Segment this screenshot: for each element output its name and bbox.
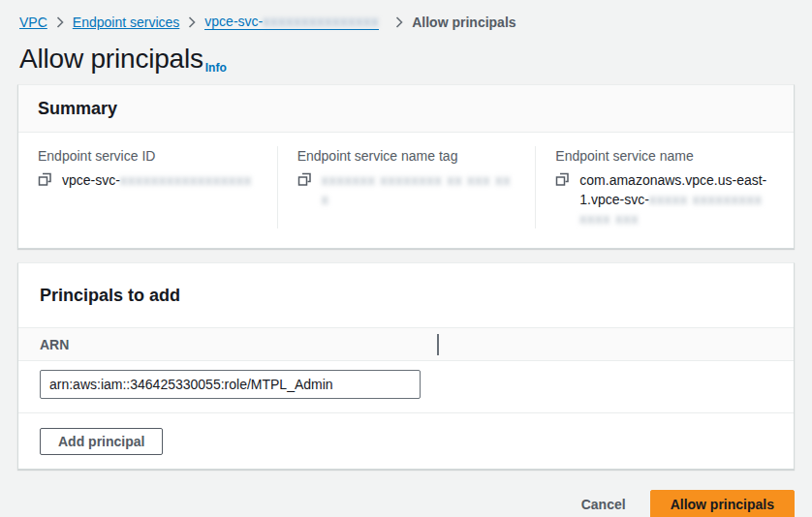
field-label: Endpoint service ID [38, 146, 258, 166]
field-label: Endpoint service name tag [297, 146, 516, 166]
breadcrumb: VPC Endpoint services vpce-svc-xxxxxxxxx… [17, 14, 795, 30]
value-prefix: vpce-svc- [62, 172, 120, 188]
field-value: vpce-svc-xxxxxxxxxxxxxxxxx [38, 170, 258, 190]
summary-card-header: Summary [18, 85, 794, 133]
summary-card: Summary Endpoint service ID vpce-svc-xxx… [17, 84, 795, 249]
arn-table-header: ARN [18, 328, 794, 361]
copy-icon[interactable] [38, 172, 52, 187]
breadcrumb-link-endpoint-services[interactable]: Endpoint services [73, 15, 180, 30]
allow-principals-button[interactable]: Allow principals [650, 490, 795, 517]
breadcrumb-link-vpc[interactable]: VPC [19, 15, 47, 30]
arn-input-row [18, 361, 794, 412]
page-title: Allow principals [19, 43, 203, 76]
page-header: Allow principals Info [17, 43, 795, 76]
summary-title: Summary [38, 97, 774, 120]
info-link[interactable]: Info [205, 61, 227, 75]
field-value: xxxxxxx xxxxxxxx xx xxx xx x [297, 170, 516, 209]
chevron-right-icon [395, 16, 403, 28]
field-label: Endpoint service name [555, 146, 774, 166]
copy-icon[interactable] [297, 172, 312, 187]
summary-body: Endpoint service ID vpce-svc-xxxxxxxxxxx… [18, 133, 794, 248]
summary-field-endpoint-service-name-tag: Endpoint service name tag xxxxxxx xxxxxx… [277, 146, 536, 228]
principals-card: Principals to add ARN Add principal [17, 262, 795, 470]
summary-field-endpoint-service-id: Endpoint service ID vpce-svc-xxxxxxxxxxx… [18, 146, 277, 228]
redacted-text: xxxxxxx xxxxxxxx xx xxx xx x [322, 172, 512, 207]
add-principal-row: Add principal [18, 412, 794, 469]
add-principal-button[interactable]: Add principal [40, 428, 163, 455]
footer-actions: Cancel Allow principals [17, 490, 795, 517]
principals-title: Principals to add [40, 284, 772, 307]
arn-input[interactable] [40, 370, 421, 399]
copy-icon[interactable] [555, 172, 570, 187]
cancel-button[interactable]: Cancel [581, 497, 626, 512]
allow-principals-page: VPC Endpoint services vpce-svc-xxxxxxxxx… [0, 0, 812, 517]
breadcrumb-link-endpoint-service-id[interactable]: vpce-svc-xxxxxxxxxxxxxxx [204, 14, 379, 30]
chevron-right-icon [188, 16, 196, 28]
field-value: com.amazonaws.vpce.us-east-1.vpce-svc-xx… [555, 170, 774, 228]
breadcrumb-current: Allow principals [412, 15, 515, 30]
summary-field-endpoint-service-name: Endpoint service name com.amazonaws.vpce… [535, 146, 794, 228]
chevron-right-icon [56, 16, 64, 28]
column-resize-handle[interactable] [437, 334, 439, 355]
arn-column-header: ARN [40, 337, 69, 352]
principals-card-header: Principals to add [18, 263, 794, 328]
redacted-text: xxxxxxxxxxxxxxxxx [120, 172, 252, 188]
breadcrumb-service-prefix: vpce-svc- [204, 14, 263, 29]
redacted-text: xxxxxxxxxxxxxxx [263, 14, 379, 29]
